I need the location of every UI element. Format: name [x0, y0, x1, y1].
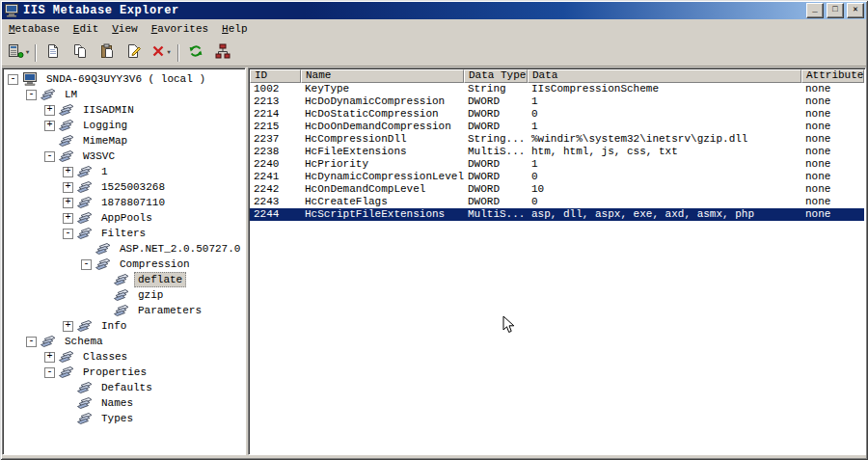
table-row-2213[interactable]: 2213HcDoDynamicCompressionDWORD1none — [250, 95, 864, 108]
cell-data-type: DWORD — [464, 121, 528, 133]
cell-id: 2215 — [250, 121, 301, 133]
connect-server-button[interactable]: ▼ — [5, 42, 32, 64]
tree-toggle-icon[interactable]: + — [63, 321, 73, 332]
tree-item-1[interactable]: +1 — [3, 164, 245, 179]
tree-item-label: Filters — [97, 226, 149, 241]
cell-attributes: none — [801, 146, 834, 158]
tree-item-label: Info — [97, 318, 130, 334]
cell-data-type: DWORD — [464, 95, 528, 108]
tree-item-filters[interactable]: -Filters — [3, 226, 245, 241]
menu-favorites[interactable]: Favorites — [145, 20, 215, 39]
cell-data-type: MultiS... — [464, 208, 528, 221]
tree-item-1525003268[interactable]: +1525003268 — [3, 179, 245, 195]
table-row-1002[interactable]: 1002KeyTypeStringIIsCompressionSchemenon… — [250, 83, 864, 95]
new-record-button[interactable] — [40, 42, 67, 64]
tree-item-w3svc[interactable]: -W3SVC — [3, 149, 245, 164]
tree-toggle-icon[interactable]: - — [63, 229, 73, 239]
table-row-2237[interactable]: 2237HcCompressionDllString...%windir%\sy… — [250, 133, 864, 146]
tree-item-types[interactable]: Types — [3, 411, 245, 426]
tree-toggle-icon[interactable]: - — [81, 259, 92, 270]
cell-attributes: none — [801, 171, 834, 183]
table-row-2244[interactable]: 2244HcScriptFileExtensionsMultiS...asp, … — [250, 208, 864, 221]
tree-item-properties[interactable]: -Properties — [3, 365, 245, 380]
tree-toggle-icon[interactable]: - — [26, 337, 37, 347]
tree-toggle-icon[interactable]: + — [44, 121, 55, 131]
tree-item-label: Schema — [61, 334, 107, 349]
tree-item-asp-net-2-0-50727-0[interactable]: ASP.NET_2.0.50727.0 — [3, 241, 245, 257]
cell-name: HcScriptFileExtensions — [301, 208, 464, 221]
toolbar-separator — [177, 44, 179, 62]
tree-item-label: gzip — [134, 287, 167, 303]
cell-data-type: MultiS... — [464, 146, 528, 158]
table-row-2240[interactable]: 2240HcPriorityDWORD1none — [250, 158, 864, 171]
table-row-2215[interactable]: 2215HcDoOnDemandCompressionDWORD1none — [250, 121, 864, 133]
tree-toggle-icon[interactable]: + — [63, 213, 73, 224]
tree-item-logging[interactable]: +Logging — [3, 118, 245, 133]
cell-name: HcFileExtensions — [301, 146, 464, 158]
copy-record-button[interactable] — [67, 42, 94, 64]
cell-attributes: none — [801, 208, 834, 221]
tree-item-apppools[interactable]: +AppPools — [3, 210, 245, 226]
column-header-name[interactable]: Name — [301, 69, 464, 83]
delete-record-button[interactable]: ▼ — [148, 42, 175, 64]
tree-item-deflate[interactable]: deflate — [3, 272, 245, 287]
tree-toggle-icon[interactable]: + — [63, 182, 73, 193]
table-header: IDNameData TypeDataAttributes — [250, 69, 864, 83]
maximize-button[interactable]: □ — [827, 3, 844, 18]
key-icon — [77, 381, 94, 394]
tree-toggle-icon[interactable]: - — [8, 74, 18, 85]
tree-item-gzip[interactable]: gzip — [3, 287, 245, 303]
tree-item-classes[interactable]: +Classes — [3, 349, 245, 365]
column-header-data[interactable]: Data — [528, 69, 801, 83]
refresh-button[interactable] — [182, 42, 209, 64]
key-icon — [77, 396, 94, 410]
menu-help[interactable]: Help — [215, 20, 254, 39]
tree-item-iisadmin[interactable]: +IISADMIN — [3, 102, 245, 118]
table-row-2243[interactable]: 2243HcCreateFlagsDWORD0none — [250, 196, 864, 208]
tree-item-defaults[interactable]: Defaults — [3, 380, 245, 395]
dropdown-arrow-icon[interactable]: ▼ — [26, 49, 30, 56]
cell-data-type: DWORD — [464, 171, 528, 183]
table-body: 1002KeyTypeStringIIsCompressionSchemenon… — [250, 83, 864, 221]
column-header-data-type[interactable]: Data Type — [464, 69, 528, 83]
tree-item-mimemap[interactable]: MimeMap — [3, 133, 245, 149]
network-view-button[interactable] — [209, 42, 236, 64]
tree-toggle-icon[interactable]: - — [44, 367, 55, 378]
menu-edit[interactable]: Edit — [67, 20, 105, 39]
tree-toggle-icon[interactable]: - — [44, 151, 55, 162]
tree-item-parameters[interactable]: Parameters — [3, 303, 245, 318]
cell-name: HcDoDynamicCompression — [301, 95, 464, 108]
cell-data-type: DWORD — [464, 196, 528, 208]
cell-data-type: String... — [464, 133, 528, 146]
paste-record-button[interactable] — [94, 42, 121, 64]
menu-view[interactable]: View — [105, 20, 144, 39]
tree-item-info[interactable]: +Info — [3, 318, 245, 334]
cell-attributes: none — [801, 108, 834, 121]
table-row-2238[interactable]: 2238HcFileExtensionsMultiS...htm, html, … — [250, 146, 864, 158]
tree-toggle-icon[interactable]: + — [44, 105, 55, 116]
tree-item-lm[interactable]: -LM — [3, 87, 245, 102]
metabase-tree: -SNDA-69Q3UYY3V6 ( local )-LM+IISADMIN+L… — [2, 68, 246, 455]
tree-item-1878807110[interactable]: +1878807110 — [3, 195, 245, 210]
table-row-2242[interactable]: 2242HcOnDemandCompLevelDWORD10none — [250, 183, 864, 196]
dropdown-arrow-icon[interactable]: ▼ — [167, 49, 171, 56]
column-header-id[interactable]: ID — [250, 69, 301, 83]
minimize-button[interactable]: _ — [806, 3, 824, 18]
key-icon — [59, 350, 75, 364]
table-row-2214[interactable]: 2214HcDoStaticCompressionDWORD0none — [250, 108, 864, 121]
column-header-attributes[interactable]: Attributes — [801, 69, 864, 83]
tree-item-schema[interactable]: -Schema — [3, 334, 245, 349]
table-row-2241[interactable]: 2241HcDynamicCompressionLevelDWORD0none — [250, 171, 864, 183]
menu-metabase[interactable]: Metabase — [2, 20, 67, 39]
tree-item-names[interactable]: Names — [3, 395, 245, 411]
tree-toggle-icon[interactable]: + — [63, 198, 73, 208]
cell-attributes: none — [801, 196, 834, 208]
tree-item-compression[interactable]: -Compression — [3, 257, 245, 272]
edit-record-button[interactable] — [121, 42, 148, 64]
tree-toggle-icon[interactable]: + — [44, 352, 55, 363]
close-button[interactable]: ✕ — [847, 3, 864, 18]
tree-toggle-icon[interactable]: + — [63, 167, 73, 177]
paste-icon — [99, 43, 115, 62]
tree-toggle-icon[interactable]: - — [26, 90, 37, 100]
tree-item-snda-69q3uyy3v6-local[interactable]: -SNDA-69Q3UYY3V6 ( local ) — [3, 71, 245, 87]
